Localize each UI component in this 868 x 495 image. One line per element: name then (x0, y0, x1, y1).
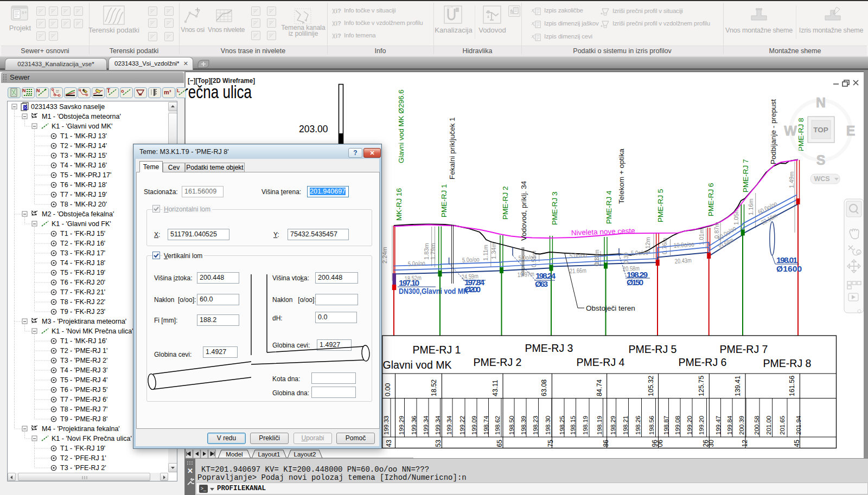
svg-text:Ø150: Ø150 (627, 278, 643, 287)
svg-text:199.29: 199.29 (398, 416, 405, 435)
svg-text:T1 - 'FK-RJ 15': T1 - 'FK-RJ 15' (60, 230, 105, 237)
svg-text:Telekom + optika: Telekom + optika (617, 149, 626, 204)
svg-text:199.47: 199.47 (715, 416, 722, 435)
svg-text:PME-RJ 8: PME-RJ 8 (797, 118, 805, 151)
svg-text:PME-RJ 1: PME-RJ 1 (413, 344, 461, 356)
svg-text:T9 - 'PME-RJ 8': T9 - 'PME-RJ 8' (60, 415, 107, 423)
svg-text:5.0o/oo: 5.0o/oo (570, 252, 588, 260)
svg-text:E: E (846, 123, 856, 138)
svg-text:198.01: 198.01 (776, 255, 797, 265)
svg-text:rečna ulica: rečna ulica (186, 82, 252, 102)
svg-text:53: 53 (435, 440, 442, 447)
svg-text:T7 - 'MK-RJ 19': T7 - 'MK-RJ 19' (60, 191, 107, 198)
svg-text:Niveleta nove ceste: Niveleta nove ceste (571, 227, 635, 237)
svg-text:TOP: TOP (813, 126, 828, 134)
svg-text:T8 - 'FK-RJ 22': T8 - 'FK-RJ 22' (60, 298, 105, 306)
svg-text:198.62: 198.62 (494, 416, 501, 435)
svg-text:Ø1600: Ø1600 (776, 264, 802, 273)
svg-text:199.34: 199.34 (446, 415, 452, 435)
svg-text:30: 30 (707, 440, 715, 447)
svg-text:10.0o/oo: 10.0o/oo (673, 240, 694, 249)
svg-text:PME-RJ 4: PME-RJ 4 (577, 356, 625, 368)
svg-text:5.0o/oo: 5.0o/oo (631, 249, 649, 257)
svg-text:PME-RJ 7: PME-RJ 7 (720, 343, 768, 355)
svg-text:198.23: 198.23 (532, 416, 539, 435)
svg-text:1.11m: 1.11m (482, 245, 489, 261)
svg-text:MK-RJ 16: MK-RJ 16 (395, 188, 403, 221)
svg-text:T3 - 'PFE-RJ 2': T3 - 'PFE-RJ 2' (60, 464, 106, 472)
svg-text:1.83m: 1.83m (423, 243, 430, 260)
svg-text:K1 - 'Glavni vod FK': K1 - 'Glavni vod FK' (52, 220, 111, 228)
svg-text:43.11: 43.11 (492, 380, 499, 396)
svg-text:N: N (22, 88, 26, 93)
svg-text:203.00: 203.00 (299, 124, 328, 134)
svg-text:198.21: 198.21 (622, 416, 629, 435)
svg-text:T2 - 'PME-RJ 1': T2 - 'PME-RJ 1' (60, 347, 107, 355)
svg-text:K1 - 'Novi MK Prečna ulica': K1 - 'Novi MK Prečna ulica' (52, 327, 133, 335)
svg-text:198.29: 198.29 (610, 416, 616, 435)
svg-text:T8 - 'PME-RJ 7': T8 - 'PME-RJ 7' (60, 406, 107, 413)
svg-text:T5 - 'MK-PRJ 17': T5 - 'MK-PRJ 17' (60, 171, 111, 179)
svg-text:65: 65 (496, 440, 503, 447)
svg-text:1.34m: 1.34m (490, 242, 497, 259)
svg-text:5.0o/oo: 5.0o/oo (518, 253, 536, 262)
svg-text:PME-RJ 4: PME-RJ 4 (605, 190, 613, 224)
svg-text:139.41: 139.41 (734, 376, 742, 396)
svg-text:201.94: 201.94 (795, 415, 802, 435)
svg-text:Vodovod, priklj. 34: Vodovod, priklj. 34 (520, 181, 528, 241)
svg-text:Fekalni priključek 1: Fekalni priključek 1 (448, 117, 456, 179)
svg-text:198.26: 198.26 (635, 416, 641, 435)
svg-text:PME-RJ 2: PME-RJ 2 (501, 186, 509, 220)
svg-text:PME-RJ 7: PME-RJ 7 (742, 159, 750, 192)
svg-text:T1 - 'FK-RJ 19': T1 - 'FK-RJ 19' (60, 445, 105, 452)
svg-text:T7 - 'FK-RJ 21': T7 - 'FK-RJ 21' (60, 288, 105, 296)
svg-text:T3 - 'PME-RJ 2': T3 - 'PME-RJ 2' (60, 357, 107, 364)
svg-text:PME-RJ 5: PME-RJ 5 (629, 343, 677, 355)
svg-text:06: 06 (656, 440, 664, 447)
svg-text:Podbijanje - prepust: Podbijanje - prepust (769, 99, 777, 164)
svg-text:198.30: 198.30 (545, 416, 551, 435)
svg-text:200.39: 200.39 (738, 416, 745, 435)
svg-text:PME-RJ 3: PME-RJ 3 (525, 342, 573, 354)
svg-text:199.09: 199.09 (471, 416, 477, 435)
svg-text:Ø200: Ø200 (464, 285, 481, 294)
svg-text:T5 - 'FK-RJ 19': T5 - 'FK-RJ 19' (60, 269, 105, 277)
svg-text:198.19: 198.19 (596, 416, 603, 435)
svg-text:Obstoječi teren: Obstoječi teren (586, 304, 635, 312)
svg-text:T3 - 'FK-RJ 17': T3 - 'FK-RJ 17' (60, 249, 105, 257)
svg-text:N: N (816, 95, 826, 110)
svg-text:M2 - 'Obstoječa fekalna': M2 - 'Obstoječa fekalna' (42, 210, 114, 218)
svg-text:PME-RJ 6: PME-RJ 6 (707, 183, 715, 216)
svg-text:T2 - 'FK-RJ 16': T2 - 'FK-RJ 16' (60, 240, 105, 247)
svg-text:PME-RJ 2: PME-RJ 2 (474, 356, 522, 368)
svg-text:199.84: 199.84 (726, 415, 733, 435)
svg-text:2.24m: 2.24m (381, 247, 388, 263)
svg-text:PME-RJ 8: PME-RJ 8 (763, 357, 812, 369)
svg-text:i?: i? (336, 33, 341, 39)
svg-text:s+: s+ (22, 10, 27, 15)
svg-text:Layout2: Layout2 (294, 451, 316, 458)
svg-text:1.49m: 1.49m (788, 171, 795, 188)
svg-text:T8 - 'MK-RJ 20': T8 - 'MK-RJ 20' (60, 201, 107, 208)
svg-text:105.32: 105.32 (647, 376, 655, 396)
svg-text:199.20: 199.20 (686, 416, 693, 435)
svg-text:L: L (177, 88, 180, 93)
svg-text:T6 - 'MK-RJ 18': T6 - 'MK-RJ 18' (60, 181, 107, 189)
svg-text:M4 - 'Projektirana fekalna': M4 - 'Projektirana fekalna' (42, 425, 120, 433)
svg-text:DN300,Glavni vod MK: DN300,Glavni vod MK (399, 286, 468, 295)
svg-text:1.16m: 1.16m (748, 198, 754, 215)
svg-text:PME-RJ 6: PME-RJ 6 (679, 356, 727, 368)
svg-text:T9 - 'FK-RJ 23': T9 - 'FK-RJ 23' (60, 308, 105, 316)
svg-text:199.34: 199.34 (435, 415, 441, 435)
svg-text:20.43m: 20.43m (674, 256, 692, 265)
svg-text:M1 - 'Obstoječa meteorna': M1 - 'Obstoječa meteorna' (42, 113, 121, 120)
svg-text:18.52: 18.52 (430, 380, 438, 396)
svg-text:T4 - 'FK-RJ 18': T4 - 'FK-RJ 18' (60, 259, 105, 267)
svg-text:Model: Model (226, 451, 242, 458)
svg-text:86: 86 (602, 440, 610, 447)
svg-text:T6 - 'FK-RJ 20': T6 - 'FK-RJ 20' (60, 279, 105, 286)
svg-text:N: N (36, 88, 40, 93)
svg-text:D 30: D 30 (594, 254, 600, 266)
svg-text:0.00: 0.00 (384, 383, 392, 396)
svg-text:Layout1: Layout1 (258, 451, 280, 458)
